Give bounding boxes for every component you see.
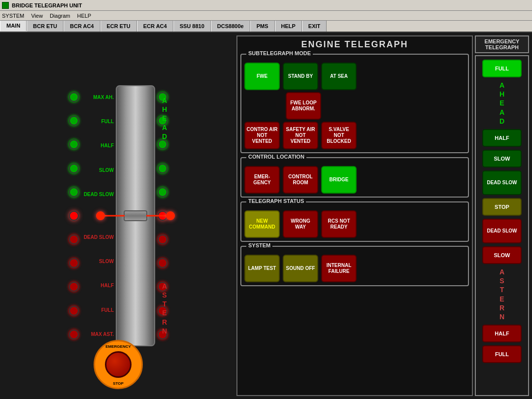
led-astern-deadslow-right <box>158 234 167 244</box>
label-max-as: MAX AST. <box>81 332 116 337</box>
app-title: BRIDGE TELEGRAPH UNIT <box>12 2 82 8</box>
handle-arm-right <box>146 215 168 217</box>
ahead-vertical-label: A H E A D <box>162 96 167 141</box>
emerg-ahead-label: A H E A D <box>499 81 504 126</box>
btn-fwe[interactable]: FWE <box>244 63 280 90</box>
label-full-ah: FULL <box>81 119 116 124</box>
btn-svalve[interactable]: S.VALVE NOT BLOCKED <box>321 122 357 149</box>
tab-pms[interactable]: PMS <box>250 21 275 32</box>
emerg-btn-full-ah[interactable]: FULL <box>482 60 522 77</box>
telegraph-status-row: NEW COMMAND WRONG WAY RCS NOT READY <box>244 210 465 238</box>
control-location-row: EMER- GENCY CONTROL ROOM BRIDGE <box>244 166 465 194</box>
led-ahead-slow-left <box>69 164 79 173</box>
main-content: MAX AH. FULL HALF SLOW DEAD SLOW DEAD SL… <box>0 33 532 399</box>
left-panel: MAX AH. FULL HALF SLOW DEAD SLOW DEAD SL… <box>0 33 236 399</box>
led-astern-full-left <box>69 306 79 316</box>
btn-standby[interactable]: STAND BY <box>283 63 318 90</box>
tab-exit[interactable]: EXIT <box>302 21 327 32</box>
emergency-stop: EMERGENCY STOP <box>94 340 143 389</box>
subtelegraph-row1: FWE STAND BY AT SEA <box>244 63 465 90</box>
label-half-as: HALF <box>81 283 116 288</box>
emergency-section: FULL A H E A D HALF SLOW DEAD SLOW STOP … <box>475 55 529 396</box>
handle-indicator-left <box>96 211 105 220</box>
emergency-telegraph-panel: EMERGENCYTELEGRAPH FULL A H E A D HALF S… <box>475 35 529 396</box>
system-row: LAMP TEST SOUND OFF INTERNAL FAILURE <box>244 255 465 282</box>
btn-new-command[interactable]: NEW COMMAND <box>244 210 280 238</box>
menu-diagram[interactable]: Diagram <box>50 13 70 19</box>
engine-telegraph-title: ENGINE TELEGRAPH <box>240 39 469 50</box>
emerg-btn-deadslow-ah[interactable]: DEAD SLOW <box>482 170 522 195</box>
subtelegraph-section: SUBTELEGRAPH MODE FWE STAND BY AT SEA FW… <box>240 54 469 153</box>
system-section: SYSTEM LAMP TEST SOUND OFF INTERNAL FAIL… <box>240 246 469 286</box>
btn-internal-failure[interactable]: INTERNAL FAILURE <box>321 255 357 282</box>
tab-help[interactable]: HELP <box>275 21 302 32</box>
tab-bcr-ac4[interactable]: BCR AC4 <box>64 21 100 32</box>
led-ahead-deadslow-right <box>158 187 167 197</box>
astern-vertical-label: A S T E R N <box>162 282 167 335</box>
subtelegraph-title: SUBTELEGRAPH MODE <box>246 50 313 56</box>
label-half-ah: HALF <box>81 143 116 148</box>
btn-bridge[interactable]: BRIDGE <box>321 166 357 194</box>
title-bar: BRIDGE TELEGRAPH UNIT <box>0 0 532 11</box>
emerg-btn-half-ah[interactable]: HALF <box>482 129 522 147</box>
subtelegraph-row3: CONTRO AIR NOT VENTED SAFETY AIR NOT VEN… <box>244 122 465 149</box>
tab-ecr-ac4[interactable]: ECR AC4 <box>137 21 173 32</box>
label-slow-as: SLOW <box>81 259 116 264</box>
handle-indicator-right <box>166 211 175 220</box>
label-deadslow-ah: DEAD SLOW <box>81 192 116 197</box>
led-ahead-slow-right <box>158 164 167 173</box>
led-center-left <box>69 211 79 221</box>
emerg-btn-full-as[interactable]: FULL <box>482 345 522 363</box>
emerg-btn-deadslow-as[interactable]: DEAD SLOW <box>482 219 522 243</box>
led-ahead-half-left <box>69 139 79 149</box>
tab-dcs[interactable]: DCS8800e <box>211 21 250 32</box>
btn-lamp-test[interactable]: LAMP TEST <box>244 255 280 282</box>
emergency-telegraph-header: EMERGENCYTELEGRAPH <box>475 35 529 53</box>
emerg-btn-half-as[interactable]: HALF <box>482 325 522 342</box>
emerg-btn-slow-ah[interactable]: SLOW <box>482 150 522 167</box>
emerg-btn-slow-as[interactable]: SLOW <box>482 246 522 264</box>
menu-bar: SYSTEM View Diagram HELP <box>0 11 532 21</box>
emerg-btn-stop[interactable]: STOP <box>482 198 522 216</box>
btn-control-room[interactable]: CONTROL ROOM <box>283 166 318 194</box>
engine-telegraph: ENGINE TELEGRAPH SUBTELEGRAPH MODE FWE S… <box>236 35 473 396</box>
shaft-handle[interactable] <box>124 210 147 221</box>
btn-sound-off[interactable]: SOUND OFF <box>283 255 318 282</box>
tab-ecr-etu[interactable]: ECR ETU <box>100 21 137 32</box>
tab-bcr-etu[interactable]: BCR ETU <box>27 21 64 32</box>
shaft-body: A H E A D A S T E R N <box>116 85 155 346</box>
system-title: SYSTEM <box>246 242 272 248</box>
menu-system[interactable]: SYSTEM <box>2 13 24 19</box>
left-led-column <box>66 85 81 346</box>
led-astern-maxast-left <box>69 330 79 339</box>
menu-help[interactable]: HELP <box>77 13 91 19</box>
btn-contro-air[interactable]: CONTRO AIR NOT VENTED <box>244 122 280 149</box>
tab-ssu[interactable]: SSU 8810 <box>173 21 211 32</box>
btn-safety-air[interactable]: SAFETY AIR NOT VENTED <box>283 122 318 149</box>
control-location-title: CONTROL LOCATION <box>246 154 306 160</box>
btn-emergency[interactable]: EMER- GENCY <box>244 166 280 194</box>
estop-button[interactable] <box>105 351 132 378</box>
label-deadslow-as: DEAD SLOW <box>81 234 116 240</box>
btn-fwe-loop[interactable]: FWE LOOP ABNORM. <box>286 92 321 120</box>
control-location-section: CONTROL LOCATION EMER- GENCY CONTROL ROO… <box>240 157 469 198</box>
right-panel: ENGINE TELEGRAPH SUBTELEGRAPH MODE FWE S… <box>236 33 532 399</box>
btn-atsea[interactable]: AT SEA <box>321 63 357 90</box>
btn-rcs-not-ready[interactable]: RCS NOT READY <box>321 210 357 238</box>
led-astern-slow-left <box>69 258 79 268</box>
led-astern-half-left <box>69 282 79 292</box>
btn-wrong-way[interactable]: WRONG WAY <box>283 210 318 238</box>
led-ahead-half-right <box>158 139 167 149</box>
tab-main[interactable]: MAIN <box>0 21 27 32</box>
label-slow-ah: SLOW <box>81 167 116 173</box>
telegraph-status-section: TELEGRAPH STATUS NEW COMMAND WRONG WAY R… <box>240 201 469 242</box>
estop-text-top: EMERGENCY <box>105 344 131 349</box>
led-ahead-full-left <box>69 116 79 126</box>
label-max-ah: MAX AH. <box>81 95 116 100</box>
menu-view[interactable]: View <box>31 13 43 19</box>
led-ahead-deadslow-left <box>69 187 79 197</box>
app-icon <box>2 2 9 9</box>
nav-tabs: MAIN BCR ETU BCR AC4 ECR ETU ECR AC4 SSU… <box>0 21 532 33</box>
handle-arm-left <box>103 215 125 217</box>
estop-ring: EMERGENCY STOP <box>94 340 143 389</box>
